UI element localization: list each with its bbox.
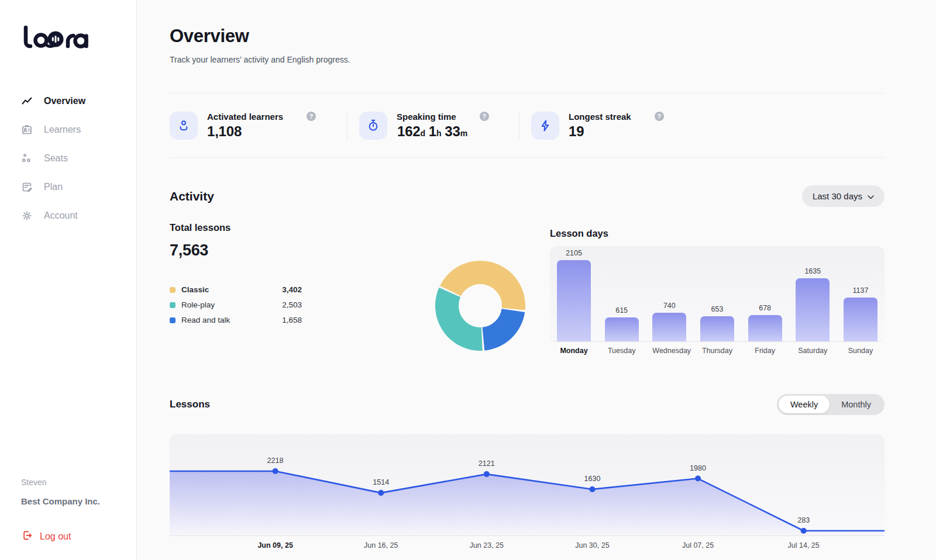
stat-value: 19 (569, 123, 664, 140)
bar[interactable] (652, 313, 686, 341)
sidebar-item-overview[interactable]: Overview (21, 87, 136, 115)
lessons-donut-chart (431, 256, 530, 358)
bar-cell: 653 (700, 246, 734, 341)
line-x-label: Jul 07, 25 (682, 541, 714, 549)
legend-row: Read and talk1,658 (170, 316, 302, 324)
sidebar-item-label: Seats (44, 153, 68, 164)
help-icon[interactable]: ? (307, 112, 316, 121)
logout-label: Log out (40, 531, 71, 542)
trend-line-icon (21, 95, 33, 107)
lessons-header: Lessons WeeklyMonthly (170, 394, 885, 415)
activity-body: Total lessons 7,563 Classic3,402Role-pla… (170, 222, 885, 358)
activity-header: Activity Last 30 days (170, 185, 885, 207)
person-icon (170, 112, 198, 140)
stat-value: 1,108 (207, 123, 316, 140)
bar-x-label: Wednesday (652, 347, 686, 355)
bar-value-label: 678 (759, 304, 771, 312)
legend-value: 2,503 (282, 300, 302, 309)
id-badge-icon (21, 124, 33, 136)
toggle-option-weekly[interactable]: Weekly (779, 396, 830, 413)
lesson-days-title: Lesson days (550, 228, 885, 239)
bar-x-label: Friday (748, 347, 782, 355)
legend-value: 3,402 (282, 285, 302, 294)
sidebar: Overview Learners Seats Plan Account (0, 0, 137, 560)
lesson-days-block: Lesson days 210561574065367816351137 Mon… (550, 222, 885, 355)
line-chart-point[interactable] (484, 471, 490, 477)
total-lessons-value: 7,563 (170, 241, 333, 260)
legend-swatch (170, 317, 176, 323)
main-content: Overview Track your learners’ activity a… (137, 0, 936, 560)
logout-button[interactable]: Log out (21, 530, 136, 544)
seats-dots-icon (21, 153, 33, 164)
line-chart-point[interactable] (273, 468, 278, 474)
bar-cell: 2105 (557, 246, 591, 341)
donut-slice (483, 309, 525, 350)
stat-label: Longest streak (569, 112, 631, 122)
bar-cell: 1635 (796, 246, 830, 341)
bar-x-label: Tuesday (605, 347, 639, 355)
date-range-dropdown[interactable]: Last 30 days (802, 185, 885, 207)
legend-row: Classic3,402 (170, 285, 302, 294)
legend-swatch (170, 287, 176, 293)
line-point-value-label: 1514 (373, 478, 389, 486)
bar-x-label: Monday (557, 347, 591, 355)
bar-x-label: Thursday (700, 347, 734, 355)
stat-speaking-time: Speaking time ? 162d1h33m (347, 112, 519, 140)
bar-cell: 1137 (844, 246, 878, 341)
page-title: Overview (170, 26, 885, 47)
activity-title: Activity (170, 189, 214, 203)
line-point-value-label: 2218 (267, 457, 284, 465)
loora-logo[interactable] (21, 23, 136, 51)
bar-value-label: 2105 (566, 249, 582, 257)
line-point-value-label: 2121 (479, 459, 495, 468)
stat-activated-learners: Activated learners ? 1,108 (170, 112, 347, 140)
line-x-label: Jul 14, 25 (788, 541, 820, 549)
help-icon[interactable]: ? (655, 112, 664, 121)
weekly-monthly-toggle: WeeklyMonthly (777, 394, 885, 415)
bar-cell: 615 (605, 246, 639, 341)
sidebar-item-seats[interactable]: Seats (21, 144, 136, 172)
bar-value-label: 740 (663, 302, 676, 310)
legend-swatch (170, 302, 176, 308)
sidebar-item-label: Learners (44, 125, 81, 135)
line-chart-point[interactable] (589, 486, 595, 492)
bar[interactable] (700, 316, 734, 341)
line-x-label: Jun 23, 25 (470, 541, 504, 549)
lightning-icon (531, 112, 559, 140)
sidebar-item-label: Account (44, 210, 78, 221)
sidebar-item-label: Overview (44, 96, 85, 106)
legend-label: Role-play (181, 300, 215, 309)
bar-x-label: Saturday (796, 347, 830, 355)
bar-value-label: 1137 (852, 286, 868, 295)
line-chart-point[interactable] (695, 476, 701, 482)
stat-longest-streak: Longest streak ? 19 (519, 112, 676, 140)
line-chart-point[interactable] (801, 528, 807, 534)
toggle-option-monthly[interactable]: Monthly (830, 396, 883, 413)
donut-slice (435, 288, 483, 351)
logout-icon (21, 530, 33, 544)
bar[interactable] (844, 298, 878, 341)
bar-x-label: Sunday (844, 347, 878, 355)
lessons-line-chart: 22181514212116301980283 (170, 434, 885, 536)
page-subtitle: Track your learners’ activity and Englis… (170, 55, 885, 64)
sidebar-item-plan[interactable]: Plan (21, 172, 136, 201)
bar-value-label: 653 (711, 305, 724, 313)
total-lessons-label: Total lessons (170, 222, 333, 233)
stat-value-speaking-time: 162d1h33m (397, 123, 489, 140)
line-point-value-label: 1630 (584, 475, 600, 483)
sidebar-item-account[interactable]: Account (21, 201, 136, 230)
bar[interactable] (796, 278, 830, 341)
gear-icon (21, 210, 33, 222)
help-icon[interactable]: ? (480, 112, 489, 121)
line-chart-point[interactable] (378, 490, 384, 496)
bar[interactable] (557, 260, 591, 341)
bar[interactable] (605, 317, 639, 341)
line-x-label: Jun 30, 25 (575, 541, 609, 549)
bar[interactable] (748, 315, 782, 341)
sidebar-item-learners[interactable]: Learners (21, 115, 136, 144)
sidebar-nav: Overview Learners Seats Plan Account (21, 87, 136, 230)
line-point-value-label: 283 (797, 516, 810, 524)
company-name: Best Company Inc. (21, 496, 136, 506)
bar-value-label: 1635 (804, 267, 821, 275)
legend-value: 1,658 (282, 316, 302, 324)
